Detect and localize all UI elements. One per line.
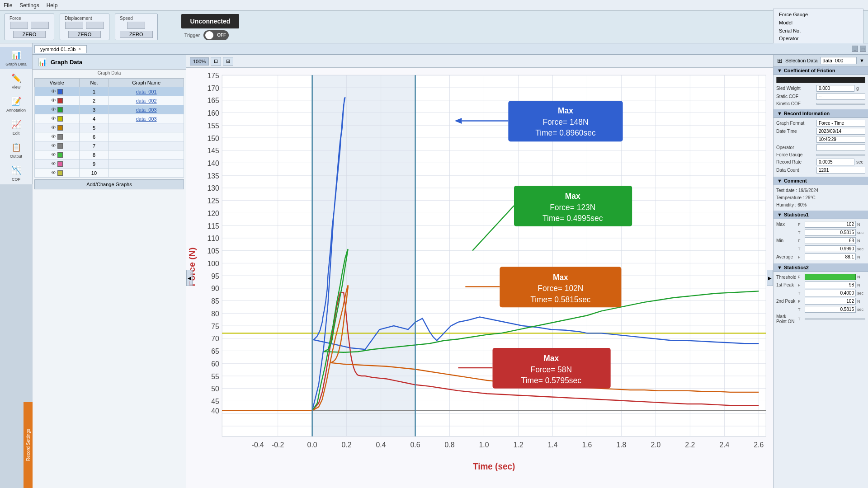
tab-close-icon[interactable]: × <box>78 47 81 52</box>
row-name <box>109 150 184 160</box>
date-value: 2023/09/14 <box>816 128 865 135</box>
svg-text:175: 175 <box>207 71 219 80</box>
visibility-icon[interactable]: 👁 <box>51 143 56 148</box>
threshold-bar <box>805 274 856 280</box>
selection-data-label: Selection Data <box>785 58 818 63</box>
sidebar-item-cof[interactable]: 📉 COF <box>0 162 32 184</box>
selection-data-input[interactable] <box>821 57 857 64</box>
toggle-knob <box>205 31 213 39</box>
sidebar-item-graph-data[interactable]: 📊 Graph Data <box>0 47 32 69</box>
visibility-icon[interactable]: 👁 <box>51 134 56 139</box>
table-row[interactable]: 👁 2 data_002 <box>35 96 184 105</box>
chart-scroll-left[interactable]: ◀ <box>186 270 193 286</box>
sidebar-item-edit[interactable]: 📈 Edit <box>0 116 32 138</box>
zoom-out-button[interactable]: ⊞ <box>223 57 233 66</box>
svg-text:1.8: 1.8 <box>616 441 626 449</box>
table-row[interactable]: 👁 5 <box>35 123 184 132</box>
max-t-value: 0.5815 <box>805 229 856 236</box>
col-no: No. <box>79 79 109 87</box>
section-cof-header[interactable]: ▼ Coefficient of Friction <box>774 66 868 75</box>
svg-text:170: 170 <box>207 84 219 92</box>
force-group: Force -- -- ZERO <box>5 14 54 40</box>
zoom-fit-button[interactable]: ⊡ <box>211 57 221 66</box>
section-record-header[interactable]: ▼ Record Information <box>774 109 868 118</box>
avg-f-unit: N <box>857 255 865 259</box>
svg-text:0.0: 0.0 <box>307 441 317 449</box>
table-row[interactable]: 👁 4 data_003 <box>35 114 184 123</box>
serial-label: Serial No. <box>779 27 858 35</box>
svg-text:2.0: 2.0 <box>651 441 660 449</box>
svg-text:165: 165 <box>207 96 219 104</box>
graph-data-icon: 📊 <box>11 50 22 61</box>
visibility-icon[interactable]: 👁 <box>51 170 56 175</box>
svg-text:2.4: 2.4 <box>719 441 729 449</box>
menu-settings[interactable]: Settings <box>19 2 39 9</box>
col-graph-name: Graph Name <box>109 79 184 87</box>
add-graphs-button[interactable]: Add/Change Graphs <box>34 179 184 189</box>
sidebar-item-view[interactable]: ✏️ View <box>0 70 32 92</box>
collapse-stats2-icon: ▼ <box>777 265 782 270</box>
stats1-section-title: Statistics1 <box>784 212 809 217</box>
visibility-icon[interactable]: 👁 <box>51 98 56 103</box>
section-comment-header[interactable]: ▼ Comment <box>774 177 868 185</box>
visibility-icon[interactable]: 👁 <box>51 152 56 157</box>
graph-data-title: Graph Data <box>51 59 82 66</box>
comment-line2: Temperature : 29°C <box>776 194 865 202</box>
force-val2: -- <box>31 22 49 29</box>
displacement-zero-button[interactable]: ZERO <box>68 31 101 38</box>
force-zero-button[interactable]: ZERO <box>13 31 46 38</box>
table-row[interactable]: 👁 9 <box>35 160 184 169</box>
section-stats1-header[interactable]: ▼ Statistics1 <box>774 211 868 219</box>
tab-label: yymmdd-01.z3b <box>40 47 75 52</box>
data-count-label: Data Count <box>776 168 815 173</box>
displacement-val2: -- <box>86 22 104 29</box>
svg-text:Time= 0.5795sec: Time= 0.5795sec <box>521 376 581 385</box>
menu-file[interactable]: File <box>4 2 12 9</box>
table-row[interactable]: 👁 1 data_001 <box>35 87 184 96</box>
mark-point-label: Mark Point ON <box>776 314 797 324</box>
svg-text:135: 135 <box>207 172 219 180</box>
svg-text:Time= 0.4995sec: Time= 0.4995sec <box>542 214 603 223</box>
menu-help[interactable]: Help <box>47 2 58 9</box>
svg-text:145: 145 <box>207 146 219 155</box>
kinetic-cof-label: Kinetic COF <box>776 101 815 106</box>
connection-button[interactable]: Unconnected <box>181 14 240 28</box>
table-row[interactable]: 👁 7 <box>35 141 184 150</box>
table-row[interactable]: 👁 10 <box>35 169 184 178</box>
chart-container[interactable]: ◀ <box>186 68 773 488</box>
trigger-toggle[interactable]: OFF <box>203 30 229 40</box>
minimize-button[interactable]: _ <box>852 46 858 52</box>
selection-dropdown-icon[interactable]: ▼ <box>859 58 864 63</box>
visibility-icon[interactable]: 👁 <box>51 89 56 94</box>
visibility-icon[interactable]: 👁 <box>51 125 56 130</box>
displacement-val1: -- <box>65 22 83 29</box>
chart-scroll-right[interactable]: ▶ <box>767 270 773 286</box>
visibility-icon[interactable]: 👁 <box>51 116 56 121</box>
table-row[interactable]: 👁 6 <box>35 132 184 141</box>
visibility-icon[interactable]: 👁 <box>51 161 56 166</box>
kinetic-cof-row: Kinetic COF <box>776 101 865 106</box>
table-row[interactable]: 👁 8 <box>35 150 184 160</box>
table-row[interactable]: 👁 3 data_003 <box>35 105 184 114</box>
toolbar: Force -- -- ZERO Displacement -- -- ZERO… <box>0 11 868 43</box>
maximize-button[interactable]: □ <box>860 46 866 52</box>
mark-point-value <box>805 318 865 320</box>
tab-main[interactable]: yymmdd-01.z3b × <box>34 45 87 53</box>
panel-icon: 📊 <box>38 58 47 66</box>
svg-text:155: 155 <box>207 122 219 130</box>
sidebar-item-output[interactable]: 📋 Output <box>0 139 32 161</box>
svg-text:40: 40 <box>211 407 219 415</box>
sled-weight-label: Sled Weight <box>776 86 815 91</box>
operator-label: Operator <box>779 35 858 43</box>
visibility-icon[interactable]: 👁 <box>51 107 56 112</box>
row-name: data_001 <box>109 87 184 96</box>
speed-zero-button[interactable]: ZERO <box>120 31 153 38</box>
zoom-pct-btn[interactable]: 100% <box>190 57 209 66</box>
panel-title: 📊 Graph Data <box>33 55 186 70</box>
svg-text:105: 105 <box>207 247 219 255</box>
cof-section: Sled Weight 0.000 g Static COF -- Kineti… <box>774 75 868 109</box>
sidebar-item-annotation[interactable]: 📝 Annotation <box>0 93 32 115</box>
chart-svg: Max Force= 148N Time= 0.8960sec Max Forc… <box>186 68 773 488</box>
record-settings-bar[interactable]: Record Settings <box>24 402 33 488</box>
section-stats2-header[interactable]: ▼ Statistics2 <box>774 263 868 272</box>
